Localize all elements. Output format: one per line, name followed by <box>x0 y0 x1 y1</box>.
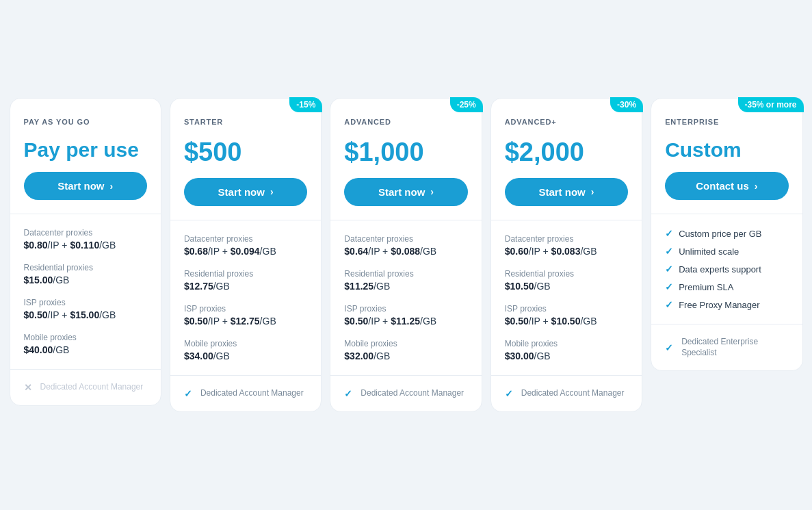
proxy-price-0: $0.68/IP + $0.094/GB <box>184 246 307 257</box>
proxy-price-0: $0.80/IP + $0.110/GB <box>24 240 147 251</box>
card-footer-advanced-plus: ✓Dedicated Account Manager <box>491 376 642 411</box>
proxy-label-0: Datacenter proxies <box>344 234 467 244</box>
proxy-label-3: Mobile proxies <box>505 339 628 348</box>
plan-name-pay-as-you-go: PAY AS YOU GO <box>24 118 147 126</box>
proxy-price-0: $0.60/IP + $0.083/GB <box>505 246 628 257</box>
proxy-price-0: $0.64/IP + $0.088/GB <box>344 246 467 257</box>
cta-button-enterprise[interactable]: Contact us› <box>665 172 788 200</box>
cta-button-advanced-plus[interactable]: Start now› <box>505 178 628 206</box>
feature-label-1: Unlimited scale <box>679 246 739 257</box>
badge-advanced: -25% <box>450 97 483 112</box>
proxy-section-1: Residential proxies$11.25/GB <box>344 269 467 292</box>
badge-advanced-plus: -30% <box>610 97 643 112</box>
proxy-section-0: Datacenter proxies$0.60/IP + $0.083/GB <box>505 234 628 257</box>
proxy-section-2: ISP proxies$0.50/IP + $15.00/GB <box>24 298 147 320</box>
badge-starter: -15% <box>289 97 322 112</box>
enterprise-features-list: ✓Custom price per GB✓Unlimited scale✓Dat… <box>665 228 788 310</box>
footer-check-icon: ✓ <box>505 388 513 399</box>
arrow-icon: › <box>270 186 274 197</box>
proxy-label-2: ISP proxies <box>505 304 628 314</box>
feature-label-4: Free Proxy Manager <box>679 300 760 310</box>
enterprise-feature-0: ✓Custom price per GB <box>665 228 788 239</box>
proxy-price-2: $0.50/IP + $15.00/GB <box>24 309 147 320</box>
footer-check-icon: ✓ <box>344 388 352 399</box>
plan-card-advanced: -25%ADVANCED$1,000Start now›Datacenter p… <box>330 98 482 412</box>
proxy-price-3: $30.00/GB <box>505 350 628 361</box>
proxy-price-3: $40.00/GB <box>24 344 147 355</box>
plan-name-advanced-plus: ADVANCED+ <box>505 118 628 126</box>
proxy-price-1: $12.75/GB <box>184 281 307 292</box>
proxy-label-0: Datacenter proxies <box>184 234 307 244</box>
feature-label-2: Data experts support <box>679 264 761 275</box>
plan-price-starter: $500 <box>184 138 307 167</box>
proxy-section-0: Datacenter proxies$0.64/IP + $0.088/GB <box>344 234 467 257</box>
proxy-section-3: Mobile proxies$40.00/GB <box>24 333 147 355</box>
check-icon: ✓ <box>665 228 673 239</box>
proxy-section-2: ISP proxies$0.50/IP + $12.75/GB <box>184 304 307 327</box>
enterprise-feature-3: ✓Premium SLA <box>665 281 788 292</box>
footer-label-pay-as-you-go: Dedicated Account Manager <box>40 382 144 393</box>
proxy-price-3: $34.00/GB <box>184 350 307 361</box>
plan-card-enterprise: -35% or moreENTERPRISECustomContact us›✓… <box>651 98 802 371</box>
cta-label-starter: Start now <box>218 186 265 198</box>
cta-label-advanced: Start now <box>378 186 425 198</box>
arrow-icon: › <box>430 186 434 197</box>
plan-price-pay-as-you-go: Pay per use <box>24 138 147 161</box>
pricing-grid: PAY AS YOU GOPay per useStart now›Datace… <box>10 98 803 412</box>
cta-label-enterprise: Contact us <box>696 180 749 192</box>
cta-button-advanced[interactable]: Start now› <box>344 178 467 206</box>
proxy-label-1: Residential proxies <box>24 263 147 272</box>
check-icon: ✓ <box>665 246 673 257</box>
proxy-price-2: $0.50/IP + $12.75/GB <box>184 316 307 327</box>
proxy-label-2: ISP proxies <box>344 304 467 314</box>
proxy-section-0: Datacenter proxies$0.80/IP + $0.110/GB <box>24 228 147 251</box>
proxy-price-2: $0.50/IP + $10.50/GB <box>505 316 628 327</box>
proxy-section-3: Mobile proxies$34.00/GB <box>184 339 307 361</box>
footer-label-advanced: Dedicated Account Manager <box>361 388 464 399</box>
card-footer-advanced: ✓Dedicated Account Manager <box>330 376 481 411</box>
plan-price-advanced: $1,000 <box>344 138 467 167</box>
proxy-section-1: Residential proxies$15.00/GB <box>24 263 147 285</box>
footer-label-starter: Dedicated Account Manager <box>200 388 304 399</box>
arrow-icon: › <box>110 181 114 192</box>
cta-label-advanced-plus: Start now <box>538 186 585 198</box>
feature-label-0: Custom price per GB <box>679 229 761 239</box>
plan-name-enterprise: ENTERPRISE <box>665 118 788 126</box>
enterprise-feature-4: ✓Free Proxy Manager <box>665 299 788 310</box>
proxy-section-0: Datacenter proxies$0.68/IP + $0.094/GB <box>184 234 307 257</box>
proxy-label-0: Datacenter proxies <box>505 234 628 244</box>
feature-label-3: Premium SLA <box>679 282 733 292</box>
proxy-section-1: Residential proxies$12.75/GB <box>184 269 307 292</box>
plan-price-advanced-plus: $2,000 <box>505 138 628 167</box>
plan-price-enterprise: Custom <box>665 138 788 161</box>
card-footer-enterprise: ✓Dedicated Enterprise Specialist <box>651 324 802 370</box>
proxy-label-1: Residential proxies <box>505 269 628 279</box>
footer-label-enterprise: Dedicated Enterprise Specialist <box>681 337 788 358</box>
cta-button-starter[interactable]: Start now› <box>184 178 307 206</box>
plan-card-advanced-plus: -30%ADVANCED+$2,000Start now›Datacenter … <box>490 98 642 412</box>
plan-name-starter: STARTER <box>184 118 307 126</box>
proxy-label-3: Mobile proxies <box>184 339 307 348</box>
proxy-label-3: Mobile proxies <box>24 333 147 342</box>
proxy-label-0: Datacenter proxies <box>24 228 147 238</box>
footer-check-icon: ✓ <box>184 388 192 399</box>
footer-x-icon: ✕ <box>24 382 32 393</box>
proxy-price-2: $0.50/IP + $11.25/GB <box>344 316 467 327</box>
cta-button-pay-as-you-go[interactable]: Start now› <box>24 172 147 200</box>
proxy-label-2: ISP proxies <box>184 304 307 314</box>
arrow-icon: › <box>755 181 758 192</box>
arrow-icon: › <box>591 186 594 197</box>
proxy-section-2: ISP proxies$0.50/IP + $10.50/GB <box>505 304 628 327</box>
proxy-section-1: Residential proxies$10.50/GB <box>505 269 628 292</box>
proxy-label-1: Residential proxies <box>184 269 307 279</box>
footer-label-advanced-plus: Dedicated Account Manager <box>521 388 625 399</box>
footer-check-icon: ✓ <box>665 342 673 353</box>
enterprise-feature-1: ✓Unlimited scale <box>665 246 788 257</box>
proxy-price-1: $10.50/GB <box>505 281 628 292</box>
card-footer-starter: ✓Dedicated Account Manager <box>170 376 321 411</box>
enterprise-feature-2: ✓Data experts support <box>665 264 788 275</box>
check-icon: ✓ <box>665 299 673 310</box>
badge-enterprise: -35% or more <box>738 97 804 112</box>
proxy-section-2: ISP proxies$0.50/IP + $11.25/GB <box>344 304 467 327</box>
plan-name-advanced: ADVANCED <box>344 118 467 126</box>
